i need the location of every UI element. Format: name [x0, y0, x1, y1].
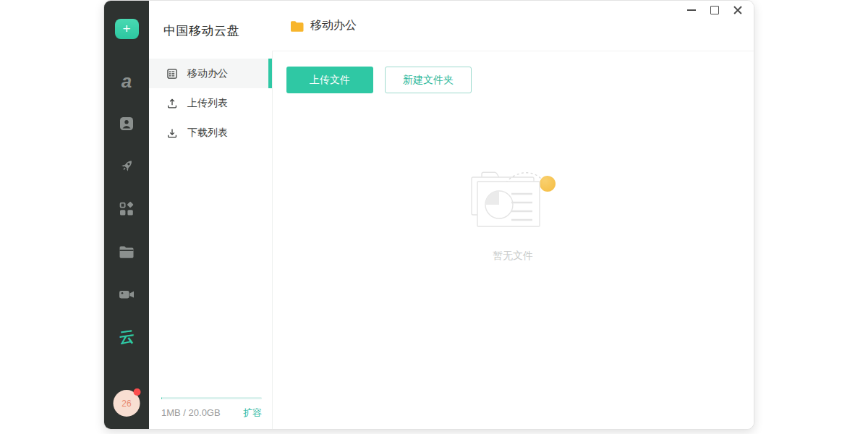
- download-icon: [166, 127, 178, 139]
- app-title: 中国移动云盘: [149, 1, 272, 59]
- contact-icon[interactable]: [117, 115, 136, 132]
- sidebar-main-divider: [272, 51, 273, 429]
- sidebar-item-label: 上传列表: [187, 97, 228, 110]
- rocket-icon[interactable]: [117, 158, 136, 175]
- maximize-icon[interactable]: [710, 5, 719, 14]
- sidebar: 中国移动云盘 移动办公 上传列表: [149, 1, 272, 429]
- empty-folder-illustration: [466, 167, 560, 237]
- avatar-label: 26: [122, 399, 131, 409]
- content-header: 移动办公: [272, 1, 754, 51]
- video-icon[interactable]: [117, 286, 136, 303]
- add-button[interactable]: +: [115, 19, 139, 39]
- notification-badge: [134, 388, 141, 396]
- brand-a-icon[interactable]: a: [117, 72, 136, 90]
- sidebar-item-label: 下载列表: [187, 127, 228, 140]
- sidebar-item-upload-list[interactable]: 上传列表: [149, 88, 272, 118]
- expand-storage-link[interactable]: 扩容: [243, 407, 262, 420]
- minimize-icon[interactable]: [686, 5, 696, 14]
- empty-message: 暂无文件: [466, 250, 560, 263]
- sidebar-item-mobile-office[interactable]: 移动办公: [149, 59, 272, 88]
- close-icon[interactable]: [733, 5, 742, 14]
- apps-icon[interactable]: [117, 200, 136, 218]
- brand-a-glyph: a: [122, 72, 132, 90]
- list-icon: [166, 68, 178, 80]
- sidebar-item-label: 移动办公: [187, 67, 228, 80]
- icon-rail: + a: [104, 1, 149, 429]
- storage-usage: 1MB / 20.0GB: [161, 407, 221, 418]
- storage-progressbar: [161, 397, 262, 399]
- folder-icon: [290, 20, 304, 32]
- storage-progress-fill: [161, 397, 162, 399]
- app-window: + a: [103, 0, 754, 430]
- storage-row: 1MB / 20.0GB 扩容: [161, 407, 262, 420]
- page-title: 移动办公: [310, 18, 357, 33]
- cloud-icon[interactable]: 云: [117, 328, 136, 346]
- toolbar: 上传文件 新建文件夹: [272, 51, 754, 93]
- new-folder-button[interactable]: 新建文件夹: [385, 67, 472, 93]
- folder-icon[interactable]: [117, 243, 136, 260]
- window-controls: [686, 5, 742, 14]
- main-content: 移动办公 上传文件 新建文件夹: [272, 1, 754, 429]
- upload-icon: [166, 98, 178, 109]
- empty-state: 暂无文件: [466, 167, 560, 263]
- cloud-glyph: 云: [119, 327, 135, 346]
- avatar[interactable]: 26: [114, 390, 140, 417]
- storage-section: 1MB / 20.0GB 扩容: [149, 397, 272, 429]
- sidebar-item-download-list[interactable]: 下载列表: [149, 118, 272, 148]
- upload-file-button[interactable]: 上传文件: [286, 67, 373, 93]
